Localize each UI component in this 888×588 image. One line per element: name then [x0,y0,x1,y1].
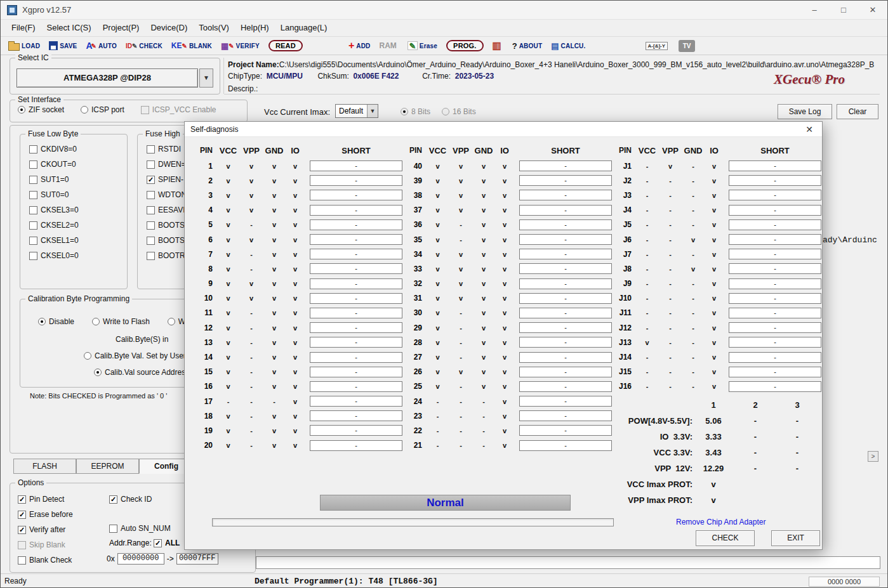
short-status-field[interactable]: - [519,205,612,216]
short-status-field[interactable]: - [729,263,821,274]
addr-from-field[interactable]: 00000000 [117,553,164,565]
short-status-field[interactable]: - [519,440,612,451]
menu-item-file-f[interactable]: File(F) [6,20,41,36]
short-status-field[interactable]: - [729,234,821,245]
short-status-field[interactable]: - [519,234,612,245]
short-status-field[interactable]: - [519,293,612,304]
short-status-field[interactable]: - [310,249,402,259]
checkbox-rstdi[interactable]: RSTDI [147,145,189,154]
save-log-button[interactable]: Save Log [778,104,832,119]
menu-item-device-d[interactable]: Device(D) [145,20,193,36]
short-status-field[interactable]: - [310,440,402,451]
ram-button[interactable]: RAMRAM [380,41,399,50]
radio-16-bits[interactable]: 16 Bits [442,107,476,116]
short-status-field[interactable]: - [519,367,612,377]
auto-button[interactable]: AAUTO [86,41,116,51]
short-status-field[interactable]: - [729,293,821,304]
checkbox-cksel1-0[interactable]: CKSEL1=0 [29,236,79,245]
short-status-field[interactable]: - [729,337,821,348]
clear-button[interactable]: Clear [837,104,878,119]
short-status-field[interactable]: - [729,249,821,259]
short-status-field[interactable]: - [729,175,821,186]
menu-item-help-h[interactable]: Help(H) [235,20,275,36]
short-status-field[interactable]: - [519,219,612,230]
short-status-field[interactable]: - [310,337,402,348]
short-status-field[interactable]: - [310,322,402,333]
menu-item-tools-v[interactable]: Tools(V) [193,20,235,36]
menu-item-select-ic-s[interactable]: Select IC(S) [41,20,97,36]
checkbox-boots[interactable]: BOOTS [147,236,189,245]
short-status-field[interactable]: - [519,381,612,392]
short-status-field[interactable]: - [729,352,821,363]
short-status-field[interactable]: - [519,352,612,363]
short-status-field[interactable]: - [519,425,612,436]
radio-disable[interactable]: Disable [38,317,74,326]
radio-8-bits[interactable]: 8 Bits [401,107,430,116]
short-status-field[interactable]: - [310,160,402,171]
short-status-field[interactable]: - [310,175,402,186]
short-status-field[interactable]: - [310,381,402,392]
maximize-button[interactable]: □ [829,1,858,20]
read-button[interactable]: READ [268,40,303,51]
checkbox-check-id[interactable]: Check ID [109,495,152,504]
save-button[interactable]: SAVE [49,41,77,50]
short-status-field[interactable]: - [729,367,821,377]
load-button[interactable]: LOAD [8,41,40,51]
checkbox-ckdiv8-0[interactable]: CKDIV8=0 [29,145,79,154]
close-button[interactable]: ✕ [858,1,887,20]
short-status-field[interactable]: - [310,425,402,436]
short-status-field[interactable]: - [519,160,612,171]
checkbox-cksel3-0[interactable]: CKSEL3=0 [29,206,79,214]
checkbox-boots[interactable]: BOOTS [147,221,189,230]
short-status-field[interactable]: - [729,205,821,216]
hscroll-right-arrow[interactable]: > [868,451,878,462]
short-status-field[interactable]: - [519,249,612,259]
short-status-field[interactable]: - [310,352,402,363]
short-status-field[interactable]: - [519,263,612,274]
addr-all-checkbox[interactable] [154,539,162,547]
vcc-imax-select[interactable]: Default ▼ [335,104,378,118]
minimize-button[interactable]: – [800,1,829,20]
check-button[interactable]: CHECK [696,530,755,546]
short-status-field[interactable]: - [519,322,612,333]
verify-button[interactable]: ▦VERIFY [221,41,260,51]
short-status-field[interactable]: - [519,337,612,348]
short-status-field[interactable]: - [310,293,402,304]
short-status-field[interactable]: - [310,308,402,318]
short-status-field[interactable]: - [729,160,821,171]
add-button[interactable]: +ADD [348,40,371,51]
short-status-field[interactable]: - [519,410,612,421]
about-button[interactable]: ?ABOUT [512,41,543,51]
selected-chip-button[interactable]: ATMEGA328P @DIP28 [17,69,198,88]
short-status-field[interactable]: - [310,205,402,216]
exit-button[interactable]: EXIT [771,530,820,546]
check-button[interactable]: IDCHECK [126,42,162,49]
checkbox-pin-detect[interactable]: Pin Detect [18,495,73,504]
short-status-field[interactable]: - [519,308,612,318]
short-status-field[interactable]: - [310,234,402,245]
checkbox-skip-blank[interactable]: Skip Blank [18,540,73,549]
erase-button[interactable]: ✎Erase [408,41,437,50]
chip-dropdown-button[interactable]: ▼ [199,69,213,88]
radio-write-to-flash[interactable]: Write to Flash [92,317,150,326]
logic-button[interactable]: A-[&]-Y [646,42,670,50]
checkbox-cksel0-0[interactable]: CKSEL0=0 [29,251,79,260]
menu-item-project-p[interactable]: Project(P) [97,20,145,36]
checkbox-dwen[interactable]: DWEN= [147,160,189,169]
addr-to-field[interactable]: 00007FFF [176,553,218,565]
checkbox-verify-after[interactable]: Verify after [18,525,73,534]
checkbox-bootr[interactable]: BOOTR [147,251,189,260]
checkbox-spien[interactable]: SPIEN- [147,175,189,184]
radio-calib-byte-val-set-by-user[interactable]: Calib.Byte Val. Set by User [84,351,186,360]
short-status-field[interactable]: - [310,219,402,230]
short-status-field[interactable]: - [519,190,612,200]
tab-flash[interactable]: FLASH [13,459,76,474]
checkbox-auto-sn-num[interactable]: Auto SN_NUM [109,524,171,533]
short-status-field[interactable]: - [310,278,402,289]
short-status-field[interactable]: - [729,381,821,392]
checkbox-sut1-0[interactable]: SUT1=0 [29,175,79,184]
short-status-field[interactable]: - [729,219,821,230]
dialog-close-icon[interactable]: ✕ [802,124,816,134]
checkbox-icsp-vcc-enable[interactable]: ICSP_VCC Enable [141,105,216,114]
checkbox-cksel2-0[interactable]: CKSEL2=0 [29,221,79,230]
